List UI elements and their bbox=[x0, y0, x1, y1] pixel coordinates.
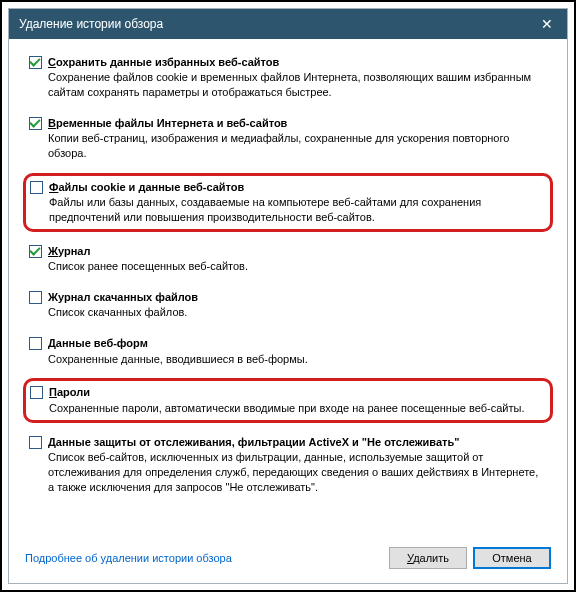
option-passwords: Пароли Сохраненные пароли, автоматически… bbox=[23, 378, 553, 422]
delete-button[interactable]: Удалить bbox=[389, 547, 467, 569]
content-area: Сохранить данные избранных веб-сайтов Со… bbox=[9, 39, 567, 539]
checkbox-history[interactable] bbox=[29, 245, 42, 258]
option-form-data: Данные веб-форм Сохраненные данные, ввод… bbox=[25, 332, 551, 370]
option-desc: Список веб-сайтов, исключенных из фильтр… bbox=[48, 450, 545, 495]
checkbox-cookies-website-data[interactable] bbox=[30, 181, 43, 194]
checkbox-preserve-favorites[interactable] bbox=[29, 56, 42, 69]
option-label: Данные защиты от отслеживания, фильтраци… bbox=[48, 435, 459, 449]
close-button[interactable]: ✕ bbox=[527, 9, 567, 39]
close-icon: ✕ bbox=[541, 16, 553, 32]
option-desc: Сохраненные данные, вводившиеся в веб-фо… bbox=[48, 352, 545, 367]
option-label: Пароли bbox=[49, 385, 90, 399]
button-row: Удалить Отмена bbox=[389, 547, 551, 569]
checkbox-temp-internet-files[interactable] bbox=[29, 117, 42, 130]
option-desc: Список скачанных файлов. bbox=[48, 305, 545, 320]
option-desc: Список ранее посещенных веб-сайтов. bbox=[48, 259, 545, 274]
checkbox-form-data[interactable] bbox=[29, 337, 42, 350]
dialog-window: Удаление истории обзора ✕ Сохранить данн… bbox=[8, 8, 568, 584]
window-title: Удаление истории обзора bbox=[19, 17, 163, 31]
option-tracking-protection: Данные защиты от отслеживания, фильтраци… bbox=[25, 431, 551, 499]
checkbox-passwords[interactable] bbox=[30, 386, 43, 399]
cancel-button[interactable]: Отмена bbox=[473, 547, 551, 569]
option-label: Файлы cookie и данные веб-сайтов bbox=[49, 180, 244, 194]
option-temp-internet-files: Временные файлы Интернета и веб-сайтов К… bbox=[25, 112, 551, 165]
option-download-history: Журнал скачанных файлов Список скачанных… bbox=[25, 286, 551, 324]
option-label: Журнал bbox=[48, 244, 90, 258]
option-desc: Копии веб-страниц, изображения и медиафа… bbox=[48, 131, 545, 161]
option-desc: Сохраненные пароли, автоматически вводим… bbox=[49, 401, 544, 416]
footer: Подробнее об удалении истории обзора Уда… bbox=[9, 539, 567, 583]
option-cookies-website-data: Файлы cookie и данные веб-сайтов Файлы и… bbox=[23, 173, 553, 232]
option-label: Данные веб-форм bbox=[48, 336, 148, 350]
option-preserve-favorites: Сохранить данные избранных веб-сайтов Со… bbox=[25, 51, 551, 104]
option-desc: Файлы или базы данных, создаваемые на ко… bbox=[49, 195, 544, 225]
option-label: Сохранить данные избранных веб-сайтов bbox=[48, 55, 279, 69]
checkbox-download-history[interactable] bbox=[29, 291, 42, 304]
option-history: Журнал Список ранее посещенных веб-сайто… bbox=[25, 240, 551, 278]
option-label: Временные файлы Интернета и веб-сайтов bbox=[48, 116, 287, 130]
checkbox-tracking-protection[interactable] bbox=[29, 436, 42, 449]
option-desc: Сохранение файлов cookie и временных фай… bbox=[48, 70, 545, 100]
titlebar: Удаление истории обзора ✕ bbox=[9, 9, 567, 39]
option-label: Журнал скачанных файлов bbox=[48, 290, 198, 304]
learn-more-link[interactable]: Подробнее об удалении истории обзора bbox=[25, 552, 232, 564]
outer-frame: Удаление истории обзора ✕ Сохранить данн… bbox=[0, 0, 576, 592]
